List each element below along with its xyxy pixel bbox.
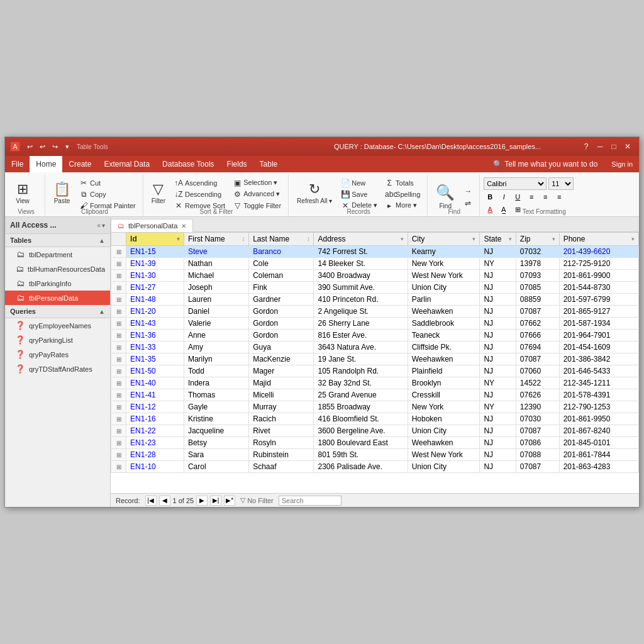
menu-database-tools[interactable]: Database Tools <box>156 156 221 172</box>
table-row[interactable]: ⊞EN1-28SaraRubinstein801 59th St.West Ne… <box>111 449 639 461</box>
row-expand-button[interactable]: ⊞ <box>116 368 121 375</box>
sidebar-item-tblhumanresources[interactable]: 🗂 tblHumanResourcesData <box>5 262 110 276</box>
next-record-button[interactable]: ▶ <box>196 496 208 506</box>
copy-button[interactable]: ⧉ Copy <box>76 189 139 199</box>
new-record-button[interactable]: 📄 New <box>338 177 380 188</box>
row-expand-button[interactable]: ⊞ <box>116 356 121 363</box>
row-expand-button[interactable]: ⊞ <box>116 308 121 315</box>
first-record-button[interactable]: |◀ <box>145 496 157 506</box>
address-filter-icon[interactable]: ▾ <box>401 236 404 242</box>
col-header-zip[interactable]: Zip ▾ <box>516 233 559 246</box>
table-row[interactable]: ⊞EN1-39NathanCole14 Bleeker St.New YorkN… <box>111 258 639 270</box>
sidebar-item-tblparkinginfo[interactable]: 🗂 tblParkingInfo <box>5 276 110 291</box>
table-row[interactable]: ⊞EN1-33AmyGuya3643 Natura Ave.Cliffside … <box>111 341 639 353</box>
selection-button[interactable]: ▣ Selection ▾ <box>230 177 284 188</box>
replace-button[interactable]: ⇌ <box>460 197 475 208</box>
search-status-input[interactable] <box>279 496 341 506</box>
filter-button[interactable]: ▽ Filter <box>147 176 170 210</box>
table-row[interactable]: ⊞EN1-36AnneGordon816 Ester Ave.TeaneckNJ… <box>111 330 639 341</box>
sidebar-item-qryemployeenames[interactable]: ❓ qryEmployeeNames <box>5 318 110 333</box>
sidebar-item-qrytdstaffandrates[interactable]: ❓ qryTDStaffAndRates <box>5 362 110 376</box>
table-tab-close-icon[interactable]: ✕ <box>181 223 186 230</box>
table-row[interactable]: ⊞EN1-27JosephFink390 Summit Ave.Union Ci… <box>111 282 639 294</box>
menu-create[interactable]: Create <box>62 156 97 172</box>
descending-button[interactable]: ↓Z Descending <box>171 189 228 199</box>
align-center-button[interactable]: ≡ <box>539 191 552 203</box>
sidebar-item-tbldepartment[interactable]: 🗂 tblDepartment <box>5 247 110 262</box>
totals-button[interactable]: Σ Totals <box>382 177 423 188</box>
save-button[interactable]: 💾 Save <box>338 189 380 199</box>
row-expand-button[interactable]: ⊞ <box>116 272 121 279</box>
search-ribbon[interactable]: 🔍 Tell me what you want to do <box>486 160 605 169</box>
phone-filter-icon[interactable]: ▾ <box>631 236 635 242</box>
col-header-address[interactable]: Address ▾ <box>314 233 408 246</box>
table-row[interactable]: ⊞EN1-22JacquelineRivet3600 Bergeline Ave… <box>111 425 639 437</box>
bold-button[interactable]: B <box>484 191 496 203</box>
id-filter-icon[interactable]: ▾ <box>177 236 180 242</box>
sidebar-collapse-icon[interactable]: « <box>97 222 101 229</box>
italic-button[interactable]: I <box>497 191 510 203</box>
table-row[interactable]: ⊞EN1-48LaurenGardner410 Princeton Rd.Par… <box>111 294 639 306</box>
undo-button2[interactable]: ↩ <box>36 141 48 152</box>
row-expand-button[interactable]: ⊞ <box>116 416 121 423</box>
spelling-button[interactable]: abc Spelling <box>382 189 423 199</box>
font-size-select[interactable]: 11 <box>548 177 574 190</box>
row-expand-button[interactable]: ⊞ <box>116 248 121 255</box>
refresh-all-button[interactable]: ↻ Refresh All ▾ <box>292 176 336 210</box>
table-row[interactable]: ⊞EN1-43ValerieGordon26 Sherry LaneSaddle… <box>111 318 639 330</box>
view-button[interactable]: ⊞ View <box>10 176 35 210</box>
row-expand-button[interactable]: ⊞ <box>116 464 121 470</box>
underline-button[interactable]: U <box>511 191 524 203</box>
close-button[interactable]: ✕ <box>621 141 634 152</box>
new-record-nav-button[interactable]: ▶* <box>224 496 235 506</box>
restore-button[interactable]: □ <box>608 141 620 152</box>
row-expand-button[interactable]: ⊞ <box>116 452 121 458</box>
row-expand-button[interactable]: ⊞ <box>116 296 121 303</box>
paste-button[interactable]: 📋 Paste <box>49 176 75 210</box>
col-header-city[interactable]: City ▾ <box>408 233 480 246</box>
col-header-state[interactable]: State ▾ <box>480 233 516 246</box>
col-header-phone[interactable]: Phone ▾ <box>559 233 638 246</box>
menu-home[interactable]: Home <box>30 156 62 172</box>
menu-table[interactable]: Table <box>253 156 284 172</box>
firstname-filter-icon[interactable]: ↕ <box>242 236 245 242</box>
table-row[interactable]: ⊞EN1-35MarilynMacKenzie19 Jane St.Weehaw… <box>111 353 639 365</box>
row-expand-button[interactable]: ⊞ <box>116 392 121 399</box>
zip-filter-icon[interactable]: ▾ <box>552 236 555 242</box>
lastname-filter-icon[interactable]: ↕ <box>307 236 310 242</box>
undo-button[interactable]: ↩ <box>24 141 35 152</box>
table-row[interactable]: ⊞EN1-15SteveBaranco742 Forrest St.Kearny… <box>111 246 639 258</box>
align-left-button[interactable]: ≡ <box>525 191 538 203</box>
select-button[interactable]: → <box>460 186 475 196</box>
row-expand-button[interactable]: ⊞ <box>116 344 121 351</box>
row-expand-button[interactable]: ⊞ <box>116 332 121 339</box>
quick-access-button[interactable]: ▾ <box>62 141 73 152</box>
row-expand-button[interactable]: ⊞ <box>116 260 121 267</box>
table-scroll-container[interactable]: Id ▾ First Name ↕ <box>111 232 639 493</box>
menu-fields[interactable]: Fields <box>221 156 253 172</box>
row-expand-button[interactable]: ⊞ <box>116 320 121 327</box>
table-row[interactable]: ⊞EN1-50ToddMager105 Randolph Rd.Plainfie… <box>111 365 639 377</box>
last-record-button[interactable]: ▶| <box>210 496 221 506</box>
row-expand-button[interactable]: ⊞ <box>116 440 121 447</box>
col-header-id[interactable]: Id ▾ <box>126 233 184 246</box>
queries-section-header[interactable]: Queries ▲ <box>5 305 110 318</box>
sidebar-item-qryparkinglist[interactable]: ❓ qryParkingList <box>5 333 110 347</box>
align-right-button[interactable]: ≡ <box>553 191 565 203</box>
font-select[interactable]: Calibri <box>484 177 547 190</box>
row-expand-button[interactable]: ⊞ <box>116 428 121 435</box>
cut-button[interactable]: ✂ Cut <box>76 177 139 188</box>
table-tab-personalndata[interactable]: 🗂 tblPersonalData ✕ <box>111 219 193 232</box>
advanced-button[interactable]: ⚙ Advanced ▾ <box>230 189 284 199</box>
state-filter-icon[interactable]: ▾ <box>509 236 512 242</box>
row-expand-button[interactable]: ⊞ <box>116 404 121 411</box>
ascending-button[interactable]: ↑A Ascending <box>171 177 228 188</box>
sidebar-item-qrypayrates[interactable]: ❓ qryPayRates <box>5 347 110 362</box>
table-row[interactable]: ⊞EN1-20DanielGordon2 Angelique St.Weehaw… <box>111 306 639 318</box>
help-button[interactable]: ? <box>580 141 592 152</box>
menu-file[interactable]: File <box>5 156 30 172</box>
table-row[interactable]: ⊞EN1-23BetsyRosyln1800 Boulevard EastWee… <box>111 437 639 449</box>
sign-in[interactable]: Sign in <box>605 156 639 172</box>
col-header-firstname[interactable]: First Name ↕ <box>184 233 248 246</box>
minimize-button[interactable]: ─ <box>594 141 606 152</box>
